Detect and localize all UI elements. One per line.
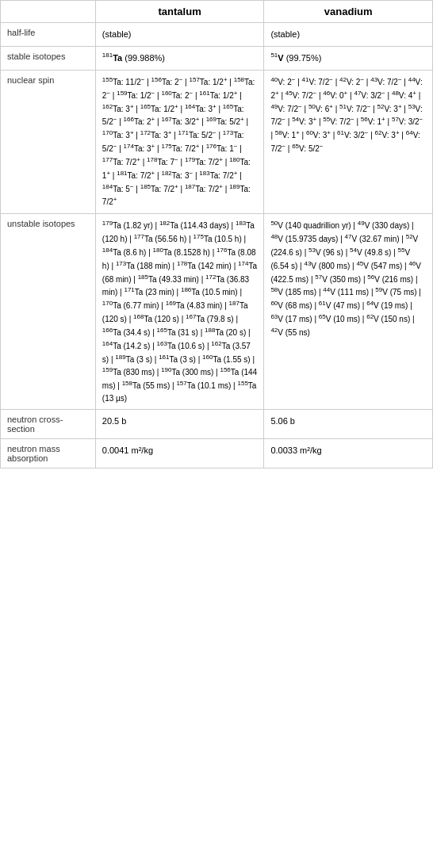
neutron-mass-absorption-label: neutron mass absorption bbox=[7, 444, 60, 463]
nuclear-spin-tantalum-value: 155Ta: 11/2− | 156Ta: 2− | 157Ta: 1/2+ |… bbox=[102, 78, 255, 206]
neutron-cross-section-tantalum-value: 20.5 b bbox=[102, 416, 127, 426]
tantalum-label: tantalum bbox=[159, 6, 201, 17]
neutron-mass-absorption-tantalum-value: 0.0041 m²/kg bbox=[102, 445, 153, 455]
nuclear-spin-label-cell: nuclear spin bbox=[1, 70, 96, 213]
header-tantalum: tantalum bbox=[95, 1, 264, 23]
stable-isotopes-label-cell: stable isotopes bbox=[1, 46, 96, 70]
neutron-mass-absorption-vanadium-cell: 0.0033 m²/kg bbox=[264, 439, 433, 468]
halflife-tantalum-cell: (stable) bbox=[95, 23, 264, 47]
header-vanadium: vanadium bbox=[264, 1, 433, 23]
neutron-cross-section-label-cell: neutron cross-section bbox=[1, 410, 96, 439]
neutron-mass-absorption-label-cell: neutron mass absorption bbox=[1, 439, 96, 468]
neutron-cross-section-vanadium-value: 5.06 b bbox=[270, 416, 295, 426]
unstable-isotopes-label: unstable isotopes bbox=[7, 219, 75, 228]
unstable-isotopes-label-cell: unstable isotopes bbox=[1, 213, 96, 409]
stable-isotopes-tantalum-value: 181Ta (99.988%) bbox=[102, 53, 165, 63]
stable-isotopes-vanadium-value: 51V (99.75%) bbox=[270, 53, 321, 63]
unstable-isotopes-tantalum-value: 179Ta (1.82 yr) | 182Ta (114.43 days) | … bbox=[102, 221, 257, 402]
nuclear-spin-vanadium-cell: 40V: 2− | 41V: 7/2− | 42V: 2− | 43V: 7/2… bbox=[264, 70, 433, 213]
stable-isotopes-label: stable isotopes bbox=[7, 52, 65, 61]
halflife-label: half-life bbox=[7, 28, 35, 37]
stable-isotopes-tantalum-cell: 181Ta (99.988%) bbox=[95, 46, 264, 70]
halflife-tantalum-value: (stable) bbox=[102, 29, 132, 39]
halflife-vanadium-cell: (stable) bbox=[264, 23, 433, 47]
stable-isotopes-vanadium-cell: 51V (99.75%) bbox=[264, 46, 433, 70]
halflife-label-cell: half-life bbox=[1, 23, 96, 47]
neutron-mass-absorption-vanadium-value: 0.0033 m²/kg bbox=[270, 445, 321, 455]
vanadium-label: vanadium bbox=[324, 6, 373, 17]
neutron-cross-section-vanadium-cell: 5.06 b bbox=[264, 410, 433, 439]
neutron-cross-section-label: neutron cross-section bbox=[7, 415, 63, 434]
neutron-mass-absorption-tantalum-cell: 0.0041 m²/kg bbox=[95, 439, 264, 468]
header-label-cell bbox=[1, 1, 96, 23]
unstable-isotopes-vanadium-value: 50V (140 quadrillion yr) | 49V (330 days… bbox=[270, 221, 421, 337]
nuclear-spin-tantalum-cell: 155Ta: 11/2− | 156Ta: 2− | 157Ta: 1/2+ |… bbox=[95, 70, 264, 213]
unstable-isotopes-vanadium-cell: 50V (140 quadrillion yr) | 49V (330 days… bbox=[264, 213, 433, 409]
halflife-vanadium-value: (stable) bbox=[270, 29, 300, 39]
unstable-isotopes-tantalum-cell: 179Ta (1.82 yr) | 182Ta (114.43 days) | … bbox=[95, 213, 264, 409]
nuclear-spin-label: nuclear spin bbox=[7, 75, 54, 85]
neutron-cross-section-tantalum-cell: 20.5 b bbox=[95, 410, 264, 439]
nuclear-spin-vanadium-value: 40V: 2− | 41V: 7/2− | 42V: 2− | 43V: 7/2… bbox=[270, 78, 423, 153]
